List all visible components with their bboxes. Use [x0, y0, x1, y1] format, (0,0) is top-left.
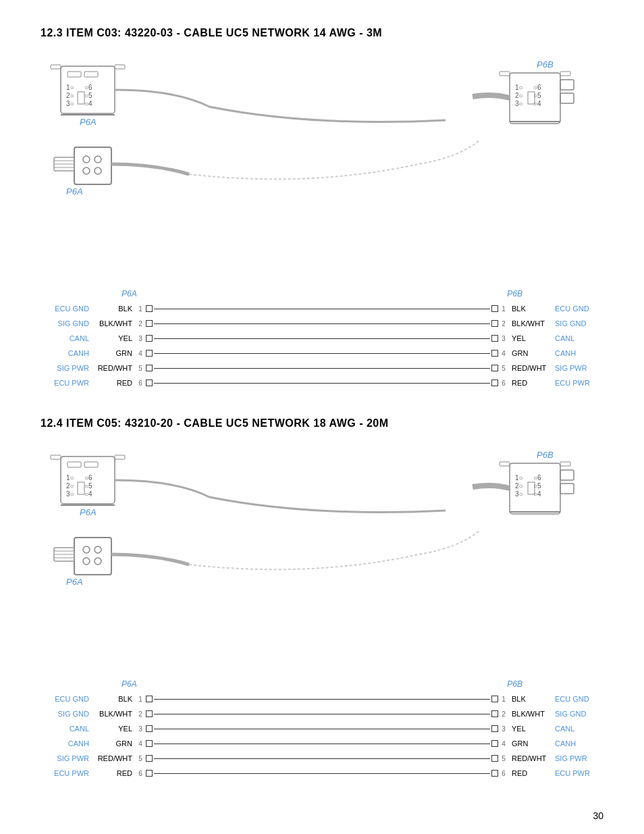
wire-end-right-5	[491, 380, 498, 386]
wire-line-b-2	[154, 729, 490, 729]
wire-row-b-4: SIG PWR RED/WHT 5 5 RED/WHT SIG PWR	[41, 751, 603, 766]
pin-right-0: 1	[498, 305, 509, 313]
svg-text:○6: ○6	[533, 474, 541, 481]
svg-text:○4: ○4	[84, 100, 92, 107]
wire-line-b-3	[154, 744, 490, 744]
page-number: 30	[593, 810, 603, 821]
label-left-4: SIG PWR	[41, 364, 95, 372]
svg-text:○4: ○4	[533, 100, 541, 107]
label-left-b-0: ECU GND	[41, 695, 95, 703]
color-left-1: BLK/WHT	[95, 319, 135, 328]
svg-point-30	[95, 156, 101, 163]
label-left-3: CANH	[41, 349, 95, 357]
pin-left-b-2: 3	[135, 725, 146, 733]
wire-line-2	[154, 338, 490, 339]
label-left-1: SIG GND	[41, 319, 95, 328]
svg-point-31	[83, 167, 90, 174]
svg-text:P6A: P6A	[66, 577, 83, 587]
wire-row-4: SIG PWR RED/WHT 5 5 RED/WHT SIG PWR	[41, 361, 603, 375]
svg-text:1○: 1○	[515, 84, 523, 91]
label-right-5: ECU PWR	[549, 379, 603, 387]
color-right-4: RED/WHT	[509, 364, 549, 372]
wire-table-header-12-4: P6A P6B	[41, 679, 603, 689]
color-left-b-0: BLK	[95, 695, 135, 703]
diagram-12-3: 1○ ○6 2○ ○5 3○ ○4 P6B	[41, 53, 603, 282]
wire-end-right-4	[491, 365, 498, 371]
svg-rect-2	[84, 72, 98, 77]
label-right-b-4: SIG PWR	[549, 754, 603, 762]
pin-left-b-4: 5	[135, 755, 146, 762]
wire-row-b-2: CANL YEL 3 3 YEL CANL	[41, 721, 603, 736]
svg-text:1○: 1○	[66, 84, 74, 91]
pin-right-b-3: 4	[498, 740, 509, 748]
diagram-12-4: 1○ ○6 2○ ○5 3○ ○4 P6B	[41, 443, 603, 673]
svg-text:P6B: P6B	[537, 450, 554, 460]
wire-end-left-1	[146, 320, 153, 327]
pin-left-b-0: 1	[135, 696, 146, 703]
color-right-b-5: RED	[509, 769, 549, 777]
svg-text:2○: 2○	[515, 482, 523, 490]
svg-rect-39	[68, 462, 81, 467]
color-left-b-3: GRN	[95, 739, 135, 748]
svg-text:○4: ○4	[533, 490, 541, 498]
pin-right-1: 2	[498, 320, 509, 328]
wire-end-right-0	[491, 305, 498, 312]
svg-text:P6A: P6A	[80, 117, 97, 127]
wire-table-12-3: P6A P6B ECU GND BLK 1 1 BLK ECU GND SIG …	[41, 289, 603, 390]
label-left-5: ECU PWR	[41, 379, 95, 387]
wire-end-right-2	[491, 335, 498, 342]
p6a-label-12-4: P6A	[122, 679, 137, 689]
wire-table-12-4: P6A P6B ECU GND BLK 1 1 BLK ECU GND SIG …	[41, 679, 603, 781]
svg-text:○5: ○5	[84, 92, 92, 99]
wire-row-b-5: ECU PWR RED 6 6 RED ECU PWR	[41, 766, 603, 781]
color-right-5: RED	[509, 379, 549, 387]
svg-text:1○: 1○	[515, 474, 523, 481]
wire-row-5: ECU PWR RED 6 6 RED ECU PWR	[41, 375, 603, 390]
pin-left-3: 4	[135, 350, 146, 357]
wire-end-left-b-4	[146, 755, 153, 762]
svg-text:○6: ○6	[533, 84, 541, 91]
wire-row-2: CANL YEL 3 3 YEL CANL	[41, 331, 603, 346]
color-left-2: YEL	[95, 334, 135, 342]
svg-point-67	[83, 546, 90, 553]
section-12-4-title: 12.4 ITEM C05: 43210-20 - CABLE UC5 NETW…	[41, 417, 603, 429]
wire-end-right-1	[491, 320, 498, 327]
label-right-b-2: CANL	[549, 725, 603, 733]
svg-rect-63	[500, 462, 510, 466]
wire-line-0	[154, 309, 490, 309]
label-right-b-3: CANH	[549, 739, 603, 748]
svg-point-32	[95, 167, 101, 174]
svg-rect-26	[560, 72, 570, 76]
connector-p6b-top-b: P6B 1○ ○6 2○ ○5 3○ ○4	[473, 450, 574, 514]
pin-right-b-0: 1	[498, 696, 509, 703]
wire-end-left-b-1	[146, 710, 153, 717]
color-right-b-3: GRN	[509, 739, 549, 748]
color-right-0: BLK	[509, 305, 549, 313]
color-left-b-2: YEL	[95, 725, 135, 733]
wire-row-b-3: CANH GRN 4 4 GRN CANH	[41, 736, 603, 751]
svg-point-69	[83, 558, 90, 565]
label-right-b-1: SIG GND	[549, 710, 603, 718]
svg-rect-50	[115, 455, 125, 459]
svg-rect-44	[78, 482, 84, 494]
pin-left-b-1: 2	[135, 710, 146, 718]
wire-end-left-4	[146, 365, 153, 371]
svg-text:3○: 3○	[515, 490, 523, 498]
wire-row-1: SIG GND BLK/WHT 2 2 BLK/WHT SIG GND	[41, 316, 603, 331]
label-right-b-5: ECU PWR	[549, 769, 603, 777]
color-left-b-5: RED	[95, 769, 135, 777]
color-left-3: GRN	[95, 349, 135, 357]
wire-end-right-b-5	[491, 770, 498, 777]
label-left-b-3: CANH	[41, 739, 95, 748]
pin-right-b-5: 6	[498, 770, 509, 777]
wire-line-b-1	[154, 714, 490, 714]
svg-text:3○: 3○	[66, 490, 74, 498]
label-right-0: ECU GND	[549, 305, 603, 313]
color-right-b-4: RED/WHT	[509, 754, 549, 762]
pin-left-1: 2	[135, 320, 146, 328]
wire-end-left-b-5	[146, 770, 153, 777]
wire-end-right-b-1	[491, 710, 498, 717]
label-left-b-1: SIG GND	[41, 710, 95, 718]
section-12-4: 12.4 ITEM C05: 43210-20 - CABLE UC5 NETW…	[41, 417, 603, 781]
label-right-1: SIG GND	[549, 319, 603, 328]
